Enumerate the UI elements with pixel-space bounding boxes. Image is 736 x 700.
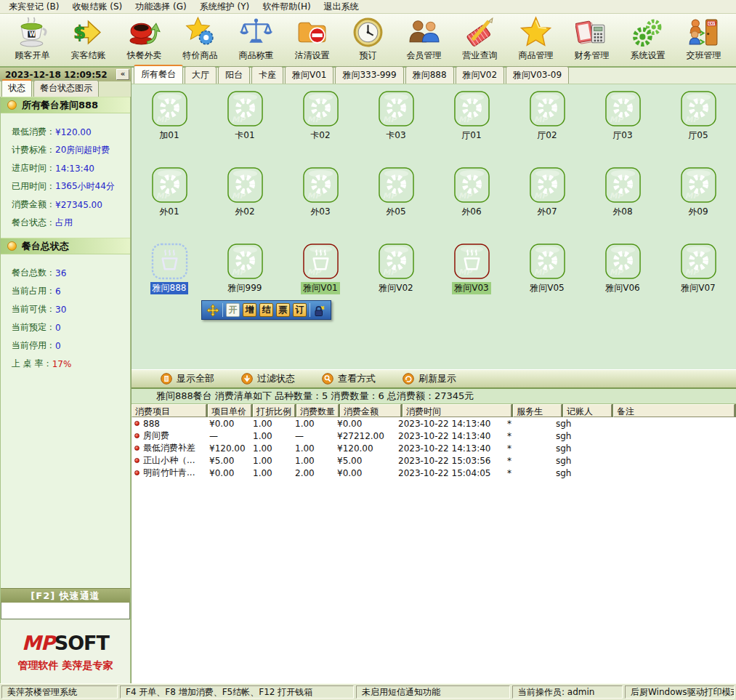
lock-icon[interactable] (313, 303, 326, 318)
col-header-bookkeeper[interactable]: 记账人 (563, 404, 612, 417)
row-bullet-icon (134, 446, 139, 451)
toolbar-shift-management[interactable]: 交班管理 (676, 16, 732, 66)
menu-help[interactable]: 软件帮助(H) (256, 0, 317, 14)
table-cell[interactable]: 卡02 (283, 90, 358, 166)
field-disabled: 当前停用：0 (12, 337, 127, 355)
table-cell[interactable]: 卡03 (358, 90, 434, 166)
col-header-quantity[interactable]: 消费数量 (296, 404, 339, 417)
table-cell[interactable]: 厅05 (660, 90, 736, 166)
sidebar-tabs: 状态 餐台状态图示 (0, 81, 131, 97)
col-header-time[interactable]: 消费时间 (403, 404, 511, 417)
sidebar-spacer (1, 379, 130, 588)
tab-room-888[interactable]: 雅间888 (405, 66, 454, 84)
vendor-logo-area: MPSOFT 管理软件 美萍是专家 (1, 619, 130, 683)
tab-hall[interactable]: 大厅 (185, 66, 217, 84)
tab-room-v01[interactable]: 雅间V01 (285, 66, 333, 84)
menu-system-maintenance[interactable]: 系统维护 (Y) (193, 0, 256, 14)
table-cell[interactable]: 外02 (207, 166, 283, 243)
refresh-button[interactable]: 刷新显示 (403, 372, 456, 385)
tab-all-tables[interactable]: 所有餐台 (134, 65, 183, 84)
toolbar-finance[interactable]: 财务管理 (564, 16, 620, 66)
tab-booth[interactable]: 卡座 (251, 66, 283, 84)
quick-channel-header: [F2] 快速通道 (1, 588, 130, 603)
toolbar-soldout-settings[interactable]: 沽清设置 (284, 16, 340, 66)
toolbar-guest-checkout[interactable]: 宾客结账 (60, 16, 116, 66)
sidebar-body: 所有餐台雅间888 最低消费：¥120.00 计费标准：20房间超时费 进店时间… (0, 97, 131, 683)
quick-reserve-button[interactable]: 订 (293, 303, 307, 317)
quick-channel-input[interactable] (1, 603, 130, 619)
table-free-icon (453, 90, 490, 127)
show-all-button[interactable]: 显示全部 (161, 372, 214, 385)
toolbar-reservation[interactable]: 预订 (340, 16, 396, 66)
show-all-icon (161, 373, 172, 385)
panel-selected-table-header[interactable]: 所有餐台雅间888 (1, 97, 130, 113)
quick-settle-button[interactable]: 结 (259, 303, 273, 317)
table-free-icon (604, 166, 642, 204)
table-cell[interactable]: 加01 (132, 90, 207, 166)
toolbar-weighing[interactable]: 商品称重 (228, 16, 284, 66)
table-row[interactable]: 888 ¥0.00 1.00 1.00 ¥0.00 2023-10-22 14:… (132, 417, 736, 430)
table-cell[interactable]: 外03 (283, 166, 358, 243)
toolbar-special-items[interactable]: 特价商品 (172, 16, 228, 66)
quick-add-button[interactable]: 增 (243, 303, 256, 317)
table-cell[interactable]: 雅间V05 (509, 243, 585, 319)
members-icon (408, 16, 440, 49)
quick-open-button[interactable]: 开 (226, 303, 240, 317)
table-cell[interactable]: 外09 (660, 166, 736, 243)
col-header-amount[interactable]: 消费金额 (340, 404, 401, 417)
quick-ticket-button[interactable]: 票 (276, 303, 290, 317)
table-cell-selected[interactable]: 雅间888 (132, 243, 207, 319)
tab-room-v02[interactable]: 雅间V02 (456, 66, 504, 84)
table-cell[interactable]: 雅间V02 (358, 243, 434, 319)
sidebar-tab-table-legend[interactable]: 餐台状态图示 (33, 80, 99, 97)
menu-bar: 来宾登记 (B) 收银结账 (S) 功能选择 (G) 系统维护 (Y) 软件帮助… (0, 0, 736, 14)
table-row[interactable]: 明前竹叶青... ¥0.00 1.00 2.00 ¥0.00 2023-10-2… (132, 467, 736, 479)
col-header-item[interactable]: 消费项目 (132, 404, 206, 417)
menu-exit[interactable]: 退出系统 (318, 0, 365, 14)
scale-icon (240, 16, 272, 49)
menu-cashier-settle[interactable]: 收银结账 (S) (65, 0, 129, 14)
toolbar-goods-management[interactable]: 商品管理 (508, 16, 564, 66)
toolbar-separator (310, 303, 310, 317)
col-header-waiter[interactable]: 服务生 (513, 404, 562, 417)
table-occupied-icon (302, 243, 339, 280)
menu-functions[interactable]: 功能选择 (G) (129, 0, 193, 14)
table-row[interactable]: 房间费 — 1.00 — ¥27212.00 2023-10-22 14:13:… (132, 430, 736, 442)
table-cell[interactable]: 厅03 (585, 90, 660, 166)
gears-icon (631, 16, 664, 49)
toolbar-system-settings[interactable]: 系统设置 (620, 16, 676, 66)
table-cell[interactable]: 卡01 (207, 90, 283, 166)
table-cell[interactable]: 雅间V07 (660, 243, 736, 319)
col-header-note[interactable]: 备注 (613, 404, 735, 417)
toolbar-members[interactable]: 会员管理 (396, 16, 452, 66)
table-cell[interactable]: 雅间V06 (585, 243, 660, 319)
tab-room-v03-09[interactable]: 雅间V03-09 (506, 66, 569, 84)
table-cell-occupied[interactable]: 雅间V03 (434, 243, 509, 319)
table-cell[interactable]: 厅02 (509, 90, 585, 166)
view-action-bar: 显示全部 过滤状态 查看方式 刷新显示 (132, 369, 736, 389)
toolbar-business-query[interactable]: 营业查询 (452, 16, 508, 66)
panel-total-status-header[interactable]: 餐台总状态 (1, 238, 130, 254)
toolbar-takeout[interactable]: 快餐外卖 (116, 16, 172, 66)
col-header-discount[interactable]: 打折比例 (253, 404, 295, 417)
row-bullet-icon (134, 433, 139, 438)
table-cell[interactable]: 外01 (132, 166, 207, 243)
table-cell[interactable]: 外05 (358, 166, 434, 243)
filter-status-button[interactable]: 过滤状态 (241, 372, 295, 385)
table-row[interactable]: 最低消费补差 ¥120.00 1.00 1.00 ¥120.00 2023-10… (132, 442, 736, 454)
table-cell[interactable]: 厅01 (434, 90, 509, 166)
drag-handle-icon[interactable] (206, 304, 219, 317)
sidebar-tab-status[interactable]: 状态 (1, 79, 32, 97)
status-print-mode: 后厨Windows驱动打印模式 (625, 685, 735, 699)
tab-balcony[interactable]: 阳台 (218, 66, 250, 84)
toolbar-open-order[interactable]: 顾客开单 (4, 16, 60, 66)
menu-guest-register[interactable]: 来宾登记 (B) (2, 0, 65, 14)
view-mode-button[interactable]: 查看方式 (322, 372, 376, 385)
table-cell[interactable]: 外08 (585, 166, 660, 243)
table-cell[interactable]: 外07 (509, 166, 585, 243)
table-row[interactable]: 正山小种（... ¥5.00 1.00 1.00 ¥5.00 2023-10-2… (132, 454, 736, 467)
sidebar-collapse-button[interactable]: « (116, 69, 129, 80)
tab-room-333-999[interactable]: 雅间333-999 (335, 66, 403, 84)
table-cell[interactable]: 外06 (434, 166, 509, 243)
col-header-unit-price[interactable]: 项目单价 (208, 404, 251, 417)
